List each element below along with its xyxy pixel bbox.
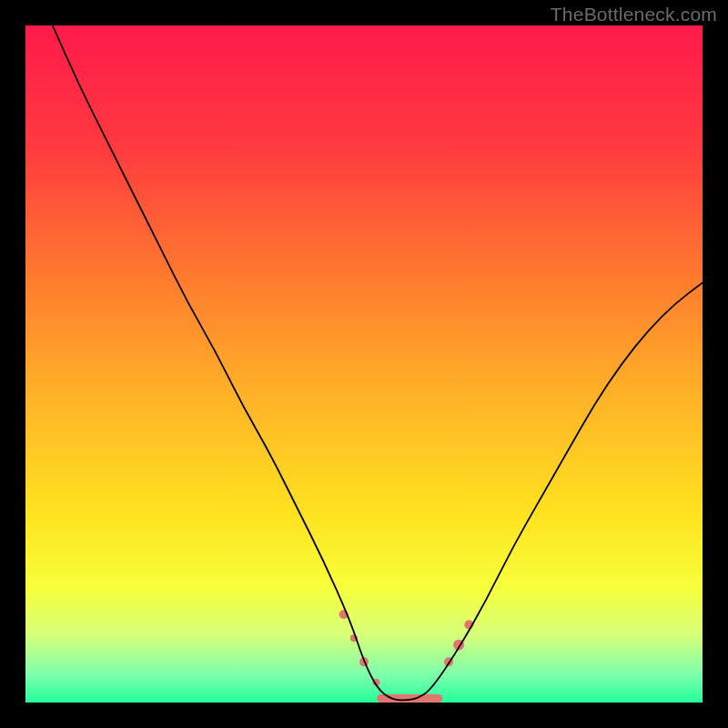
watermark-text: TheBottleneck.com xyxy=(551,4,717,25)
gradient-background xyxy=(25,25,703,703)
chart-frame: TheBottleneck.com xyxy=(0,0,728,728)
chart-svg xyxy=(25,25,703,703)
plot-area xyxy=(25,25,703,703)
